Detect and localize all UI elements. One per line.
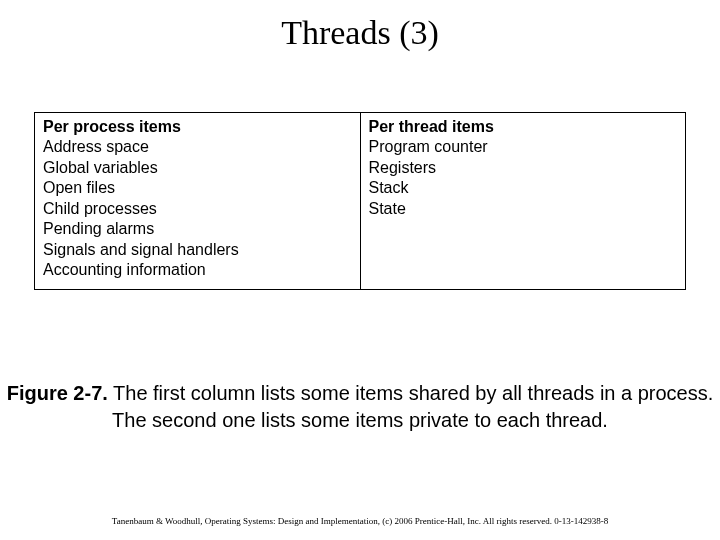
- col1-item: Pending alarms: [43, 219, 352, 239]
- table-row: Per process items Address space Global v…: [35, 113, 686, 290]
- items-table: Per process items Address space Global v…: [34, 112, 686, 290]
- col1-item: Global variables: [43, 158, 352, 178]
- figure-caption: Figure 2-7. The first column lists some …: [4, 380, 716, 434]
- col2-item: Registers: [369, 158, 678, 178]
- col2-item: Stack: [369, 178, 678, 198]
- col1-item: Address space: [43, 137, 352, 157]
- figure-caption-text: The first column lists some items shared…: [108, 382, 713, 431]
- col1-item: Accounting information: [43, 260, 352, 280]
- col2-item: State: [369, 199, 678, 219]
- col1-item: Child processes: [43, 199, 352, 219]
- col1-cell: Per process items Address space Global v…: [35, 113, 361, 290]
- col1-item: Signals and signal handlers: [43, 240, 352, 260]
- slide-title: Threads (3): [0, 0, 720, 62]
- col2-cell: Per thread items Program counter Registe…: [360, 113, 686, 290]
- col2-header: Per thread items: [369, 117, 678, 137]
- figure-label: Figure 2-7.: [7, 382, 108, 404]
- footer-text: Tanenbaum & Woodhull, Operating Systems:…: [0, 516, 720, 526]
- table-container: Per process items Address space Global v…: [34, 112, 686, 290]
- col1-item: Open files: [43, 178, 352, 198]
- col2-item: Program counter: [369, 137, 678, 157]
- col1-header: Per process items: [43, 117, 352, 137]
